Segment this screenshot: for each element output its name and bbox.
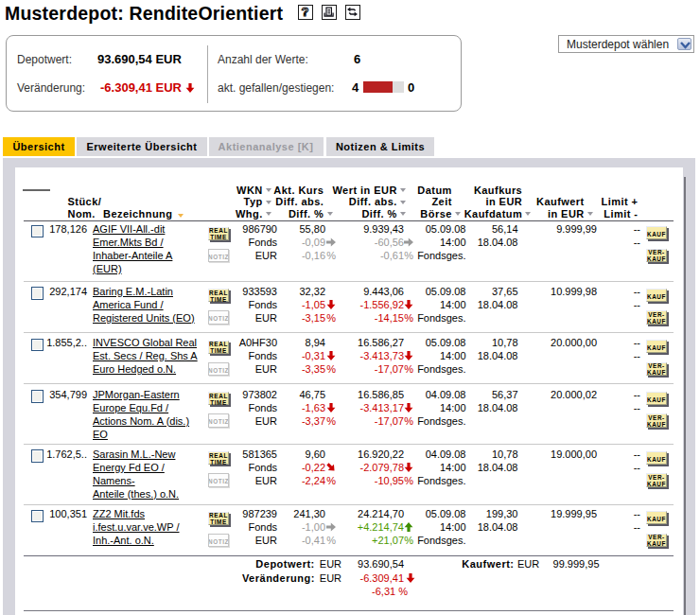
svg-text:KAUF: KAUF	[647, 516, 666, 522]
svg-text:KAUF: KAUF	[647, 231, 666, 237]
svg-text:KAUF: KAUF	[647, 455, 666, 462]
svg-text:?: ?	[302, 6, 309, 18]
svg-text:KAUF: KAUF	[647, 395, 666, 402]
svg-text:KAUF: KAUF	[647, 292, 666, 299]
svg-text:KAUF: KAUF	[647, 369, 666, 376]
svg-text:KAUF: KAUF	[647, 344, 666, 351]
svg-text:KAUF: KAUF	[647, 540, 666, 547]
svg-text:KAUF: KAUF	[647, 480, 666, 486]
svg-text:KAUF: KAUF	[647, 317, 666, 324]
svg-text:KAUF: KAUF	[647, 420, 666, 427]
svg-text:KAUF: KAUF	[647, 255, 666, 262]
